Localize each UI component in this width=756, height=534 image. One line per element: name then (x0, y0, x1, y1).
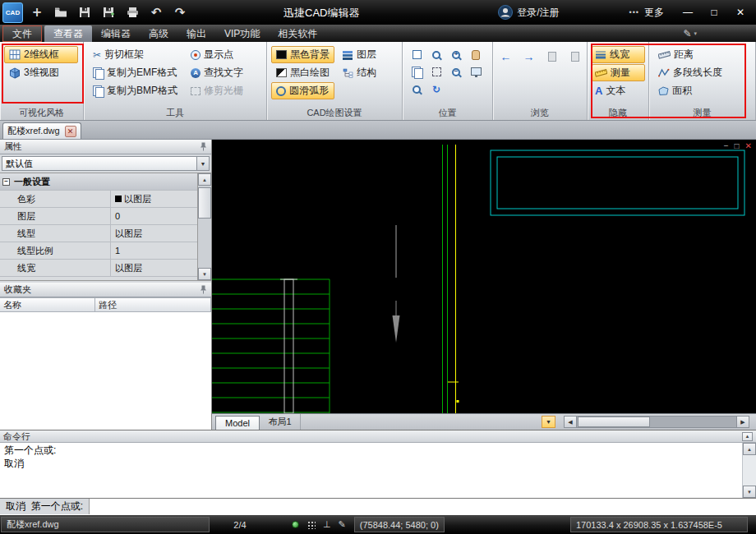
pin-icon[interactable] (200, 142, 207, 151)
toggle-lineweight-button[interactable]: 线宽 (592, 46, 645, 63)
measure-area-button[interactable]: 面积 (653, 82, 752, 99)
zoom-window-button[interactable] (407, 46, 426, 63)
properties-scrollbar[interactable]: ▲ ▼ (197, 173, 211, 280)
snap-indicator-icon[interactable] (292, 521, 299, 528)
show-points-button[interactable]: 显示点 (186, 46, 248, 63)
scroll-track[interactable] (577, 416, 736, 428)
tab-model[interactable]: Model (215, 416, 260, 430)
new-file-button[interactable]: + (27, 2, 47, 22)
regen-button[interactable]: ↻ (426, 81, 446, 98)
scroll-thumb[interactable] (578, 417, 650, 427)
find-text-button[interactable]: A 查找文字 (186, 64, 248, 81)
main-area: 属性 默认值 ▼ − 一般设置 色彩 (0, 140, 756, 430)
redo-button[interactable]: ↷ (170, 2, 190, 22)
measure-polyline-button[interactable]: 多段线长度 (653, 64, 752, 81)
print-button[interactable] (122, 2, 142, 22)
property-section-row[interactable]: − 一般设置 (0, 173, 197, 191)
preset-dropdown[interactable]: 默认值 ▼ (2, 156, 210, 171)
command-input[interactable] (90, 499, 756, 514)
pin-icon[interactable] (200, 285, 207, 294)
clip-frame-button[interactable]: ✂ 剪切框架 (88, 46, 182, 63)
maximize-button[interactable]: □ (703, 0, 725, 25)
dropdown-button[interactable]: ▼ (196, 157, 209, 170)
toggle-measure-button[interactable]: 测量 (592, 64, 645, 81)
property-value[interactable]: 以图层 (111, 262, 197, 274)
open-file-button[interactable] (51, 2, 71, 22)
copy-view-button[interactable] (407, 63, 426, 81)
command-scrollbar[interactable]: ▲ ▼ (742, 443, 756, 498)
close-button[interactable]: ✕ (730, 0, 751, 25)
document-tab[interactable]: 配楼xref.dwg ✕ (2, 122, 81, 139)
pen-mode-icon[interactable]: ✎ (339, 520, 346, 529)
more-button[interactable]: ••• 更多 (629, 6, 664, 20)
menu-editor[interactable]: 编辑器 (92, 25, 140, 42)
property-name: 线型比例 (0, 242, 111, 259)
wireframe-2d-button[interactable]: 2维线框 (4, 46, 78, 63)
save-as-button[interactable] (99, 2, 118, 22)
menu-vip[interactable]: VIP功能 (215, 25, 269, 42)
grid-toggle-icon[interactable] (307, 520, 316, 529)
zoom-in-button[interactable] (446, 46, 466, 63)
scroll-right-button[interactable]: ▶ (736, 416, 749, 428)
scroll-down-button[interactable]: ▼ (198, 268, 211, 280)
scroll-thumb[interactable] (198, 187, 211, 219)
login-button[interactable]: 登录/注册 (498, 5, 559, 20)
drawing-close-icon[interactable]: ✕ (745, 142, 752, 150)
tab-close-icon[interactable]: ✕ (65, 126, 76, 137)
trim-raster-button[interactable]: 修剪光栅 (186, 82, 248, 99)
favorites-list[interactable] (0, 312, 211, 430)
cad-canvas[interactable] (212, 140, 756, 413)
tab-layout1[interactable]: 布局1 (260, 414, 301, 430)
column-header-path[interactable]: 路径 (95, 297, 211, 312)
measure-distance-button[interactable]: 距离 (653, 46, 752, 63)
menu-advanced[interactable]: 高级 (140, 25, 177, 42)
ortho-toggle-icon[interactable]: ⊥ (323, 520, 331, 529)
structure-button[interactable]: 结构 (338, 64, 381, 81)
copy-bmp-button[interactable]: 复制为BMP格式 (88, 82, 182, 99)
drawing-minimize-icon[interactable]: − (724, 142, 729, 150)
horizontal-scrollbar[interactable]: ◀ ▶ (564, 416, 749, 428)
minimize-button[interactable]: — (677, 0, 698, 25)
menu-file[interactable]: 文件 (2, 25, 42, 42)
property-row-lineweight: 线宽 以图层 (0, 260, 197, 277)
scroll-up-button[interactable]: ▲ (743, 443, 756, 455)
scroll-left-button[interactable]: ◀ (564, 416, 577, 428)
next-view-button[interactable] (566, 48, 583, 65)
menu-related-software[interactable]: 相关软件 (269, 25, 326, 42)
layout-dropdown-button[interactable]: ▼ (542, 416, 555, 428)
zoom-area-button[interactable] (426, 63, 446, 81)
annotate-pen-button[interactable]: ✎ ▾ (683, 25, 697, 42)
menu-viewer[interactable]: 查看器 (44, 25, 92, 42)
bw-drawing-button[interactable]: 黑白绘图 (271, 64, 334, 81)
group-label-position: 位置 (403, 107, 492, 119)
copy-emf-button[interactable]: 复制为EMF格式 (88, 64, 182, 81)
previous-view-button[interactable] (543, 48, 560, 65)
scroll-up-button[interactable]: ▲ (198, 173, 211, 186)
scroll-track[interactable] (198, 186, 211, 268)
collapse-button[interactable]: ▲ (742, 432, 753, 441)
forward-button[interactable]: → (520, 48, 537, 65)
column-header-name[interactable]: 名称 (0, 297, 95, 312)
drawing-restore-icon[interactable]: □ (735, 142, 740, 150)
zoom-out-button[interactable] (446, 63, 466, 81)
view-3d-button[interactable]: 3维视图 (4, 64, 78, 81)
zoom-scale-button[interactable] (407, 81, 426, 98)
zoom-extents-button[interactable] (466, 63, 486, 81)
toggle-text-button[interactable]: A 文本 (592, 82, 645, 99)
property-value[interactable]: 以图层 (111, 228, 197, 240)
pan-button[interactable] (466, 46, 486, 63)
smooth-arc-button[interactable]: 圆滑弧形 (271, 82, 334, 99)
collapse-icon[interactable]: − (2, 178, 10, 186)
property-value[interactable]: 以图层 (111, 193, 197, 205)
save-button[interactable] (75, 2, 94, 22)
scroll-track[interactable] (743, 455, 756, 486)
undo-button[interactable]: ↶ (146, 2, 166, 22)
zoom-object-button[interactable] (426, 46, 446, 63)
layers-button[interactable]: 图层 (338, 46, 381, 63)
back-button[interactable]: ← (497, 48, 514, 65)
scroll-down-button[interactable]: ▼ (743, 486, 756, 498)
property-value[interactable]: 0 (111, 211, 197, 221)
menu-output[interactable]: 输出 (177, 25, 215, 42)
property-value[interactable]: 1 (111, 246, 197, 255)
black-background-button[interactable]: 黑色背景 (271, 46, 334, 63)
